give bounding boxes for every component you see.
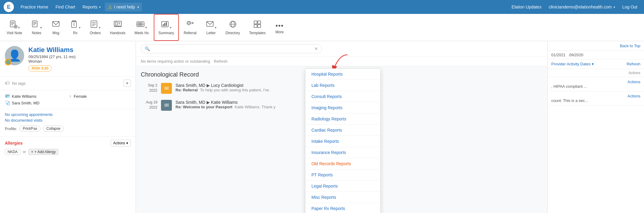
user-email-link[interactable]: cliniciandemo@elationhealth.com ▾ bbox=[546, 3, 618, 11]
right-panel: Back to Top 01/2021 09/2020 Provider Act… bbox=[547, 41, 644, 213]
envelope-orange-icon: ✉ bbox=[161, 83, 172, 94]
record-1-actions[interactable]: Actions bbox=[551, 80, 640, 84]
referral-button[interactable]: Referral bbox=[179, 14, 201, 41]
envelope-blue-icon: ✉ bbox=[161, 100, 172, 111]
or-label: or bbox=[23, 150, 26, 154]
cardiac-reports-item[interactable]: Cardiac Reports bbox=[305, 125, 380, 136]
visit-note-icon bbox=[9, 20, 18, 30]
pt-reports-item[interactable]: PT Reports bbox=[305, 169, 380, 181]
rx-icon bbox=[70, 20, 78, 30]
svg-rect-39 bbox=[254, 21, 257, 24]
find-chart-link[interactable]: Find Chart bbox=[53, 3, 78, 11]
msg-button[interactable]: Msg bbox=[47, 14, 65, 41]
elation-logo[interactable]: E bbox=[4, 2, 14, 12]
allergies-actions-dropdown[interactable]: Actions ▾ bbox=[111, 140, 131, 146]
reports-dropdown-menu: Hospital Reports Lab Reports Consult Rep… bbox=[305, 68, 381, 213]
more-button[interactable]: More bbox=[270, 14, 288, 41]
templates-button[interactable]: Templates bbox=[245, 14, 270, 41]
radiology-reports-item[interactable]: Radiology Reports bbox=[305, 113, 380, 125]
clear-search-icon[interactable]: ✕ bbox=[314, 46, 318, 51]
provider-activity-link[interactable]: Provider Activity Dates ▾ bbox=[551, 62, 594, 66]
misc-reports-item[interactable]: Misc Reports bbox=[305, 192, 380, 203]
letter-icon bbox=[206, 20, 214, 30]
intake-reports-item[interactable]: Intake Reports bbox=[305, 136, 380, 147]
hospital-reports-item[interactable]: Hospital Reports bbox=[305, 69, 380, 80]
back-to-top-link[interactable]: Back to Top bbox=[548, 41, 644, 51]
svg-rect-31 bbox=[166, 22, 167, 26]
logo-letter: E bbox=[7, 4, 11, 10]
meds-hx-button[interactable]: ▾ Meds Hx bbox=[130, 14, 153, 41]
arrow-icon-1: ▶ bbox=[207, 83, 211, 88]
orders-label: Orders bbox=[90, 31, 101, 35]
svg-point-45 bbox=[281, 25, 283, 27]
top-navigation: E Practice Home Find Chart Reports ▾ ⚠ I… bbox=[0, 0, 644, 14]
plus-icon: + bbox=[31, 150, 33, 154]
visit-note-button[interactable]: ▾ Visit Note bbox=[2, 14, 26, 41]
msg-label: Msg bbox=[53, 31, 60, 35]
no-items-text: No items requiring action or outstanding bbox=[141, 59, 210, 64]
warning-icon: ⚠ bbox=[108, 4, 112, 10]
patient-details: 🪪 Katie Williams ♀ Female 🩺 Sara Smith, … bbox=[0, 90, 136, 109]
nkda-badge: NKDA bbox=[5, 149, 20, 155]
orders-icon bbox=[90, 20, 98, 30]
directory-icon bbox=[229, 20, 237, 30]
help-button[interactable]: ⚠ I need help ▾ bbox=[105, 3, 142, 11]
patient-sidebar: 👤 🌐 Katie Williams 09/25/1994 (27 yrs, 1… bbox=[0, 41, 136, 213]
handouts-button[interactable]: Handouts bbox=[106, 14, 130, 41]
referral-label: Referral bbox=[184, 31, 197, 35]
notes-button[interactable]: ▾ Notes bbox=[27, 14, 46, 41]
provider-caret-icon: ▾ bbox=[592, 62, 594, 66]
insurance-reports-item[interactable]: Insurance Reports bbox=[305, 147, 380, 158]
no-tags-label: No tags bbox=[12, 81, 26, 86]
visit-note-caret: ▾ bbox=[18, 26, 20, 30]
right-refresh-button[interactable]: Refresh bbox=[626, 62, 640, 66]
add-tag-button[interactable]: + bbox=[124, 80, 131, 87]
id-card-icon: 🪪 bbox=[5, 94, 10, 99]
summary-icon bbox=[161, 20, 169, 30]
collapse-button[interactable]: Collapse bbox=[43, 126, 64, 132]
no-visits-link[interactable]: No documented visits bbox=[5, 118, 131, 123]
letter-caret: ▾ bbox=[215, 26, 217, 30]
patient-dob: 09/25/1994 (27 yrs, 11 mo) bbox=[28, 54, 76, 59]
elation-updates-link[interactable]: Elation Updates bbox=[509, 3, 545, 11]
letter-button[interactable]: ▾ Letter bbox=[201, 14, 221, 41]
right-record-1: Actions , HIPAA compliant ... bbox=[548, 77, 644, 91]
record-2-actions[interactable]: Actions bbox=[551, 94, 640, 98]
patient-name: Katie Williams bbox=[28, 46, 76, 54]
reports-link[interactable]: Reports ▾ bbox=[79, 3, 104, 11]
more-label: More bbox=[275, 30, 284, 34]
lab-reports-item[interactable]: Lab Reports bbox=[305, 80, 380, 91]
svg-rect-20 bbox=[115, 22, 118, 25]
orders-button[interactable]: ▾ Orders bbox=[85, 14, 105, 41]
gender-icon: ♀ bbox=[69, 94, 72, 99]
right-nav-section: Elation Updates cliniciandemo@elationhea… bbox=[509, 3, 640, 11]
letter-label: Letter bbox=[206, 31, 216, 35]
handouts-icon bbox=[114, 20, 122, 30]
legal-reports-item[interactable]: Legal Reports bbox=[305, 181, 380, 192]
more-icon bbox=[275, 21, 284, 29]
no-appointments-link[interactable]: No upcoming appointments bbox=[5, 112, 131, 117]
provider-detail: 🩺 Sara Smith, MD bbox=[5, 100, 67, 105]
add-allergy-button[interactable]: + + Add Allergy bbox=[28, 149, 58, 155]
svg-rect-41 bbox=[254, 25, 257, 28]
record-1-text: , HIPAA compliant ... bbox=[551, 84, 640, 89]
globe-badge-icon: 🌐 bbox=[5, 59, 11, 65]
imaging-reports-item[interactable]: Imaging Reports bbox=[305, 102, 380, 113]
provider-row: Provider Activity Dates ▾ Refresh bbox=[548, 59, 644, 69]
notes-label: Notes bbox=[32, 31, 41, 35]
gender-detail: ♀ Female bbox=[69, 94, 131, 99]
svg-point-32 bbox=[187, 21, 191, 25]
rx-button[interactable]: ▾ Rx bbox=[66, 14, 85, 41]
directory-button[interactable]: Directory bbox=[221, 14, 244, 41]
practice-home-link[interactable]: Practice Home bbox=[18, 3, 51, 11]
logout-link[interactable]: Log Out bbox=[619, 3, 640, 11]
old-records-reports-item[interactable]: Old Records Reports bbox=[305, 158, 380, 169]
search-input[interactable] bbox=[152, 47, 312, 51]
main-layout: 👤 🌐 Katie Williams 09/25/1994 (27 yrs, 1… bbox=[0, 41, 644, 213]
refresh-link[interactable]: Refresh bbox=[214, 59, 228, 64]
summary-button[interactable]: ▾ Summary bbox=[154, 14, 179, 41]
consult-reports-item[interactable]: Consult Reports bbox=[305, 91, 380, 102]
paper-rx-reports-item[interactable]: Paper Rx Reports bbox=[305, 203, 380, 213]
rx-caret: ▾ bbox=[79, 26, 81, 30]
print-fax-button[interactable]: Print/Fax bbox=[19, 126, 40, 132]
